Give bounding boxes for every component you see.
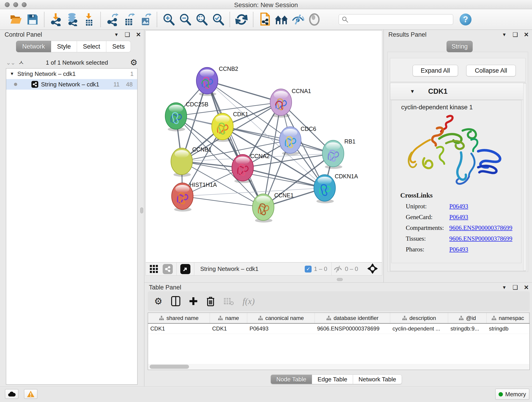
open-external-button[interactable]	[180, 264, 190, 274]
help-button[interactable]: ?	[460, 13, 472, 26]
expand-all-button[interactable]: Expand All	[413, 65, 458, 76]
close-panel-icon[interactable]: ✕	[136, 32, 141, 38]
delete-column-trash-icon[interactable]	[206, 296, 215, 306]
tab-string[interactable]: String	[447, 41, 473, 52]
collection-expand-icon[interactable]: ▼	[10, 71, 14, 76]
import-network-database-button[interactable]	[64, 11, 81, 28]
collapse-all-button[interactable]: Collapse All	[466, 65, 516, 76]
network-node-CCNA1[interactable]: CCNA1	[270, 88, 311, 118]
column-header-databaseidentifier[interactable]: database identifier	[315, 313, 390, 323]
tab-sets[interactable]: Sets	[106, 41, 131, 52]
create-column-plus-icon[interactable]	[189, 297, 198, 306]
network-edge-CCNB2-CCNE1[interactable]	[207, 81, 263, 207]
protein-section-header[interactable]: ▼ CDK1	[390, 83, 525, 100]
import-network-file-button[interactable]	[48, 11, 64, 28]
toolbar-search-field[interactable]	[339, 14, 453, 25]
node-label-CCNA1: CCNA1	[292, 88, 311, 94]
cloud-status-button[interactable]	[5, 389, 18, 399]
crosslink-link[interactable]: P06493	[449, 246, 468, 253]
warnings-button[interactable]	[24, 389, 37, 399]
network-node-HIST1H1A[interactable]: HIST1H1A	[172, 182, 217, 211]
preview-button[interactable]	[306, 11, 323, 28]
string-home-button[interactable]	[273, 11, 290, 28]
panel-menu-icon[interactable]: ▼	[114, 32, 119, 37]
horizontal-splitter-grip[interactable]	[337, 278, 343, 281]
zoom-fit-button[interactable]	[193, 11, 210, 28]
memory-button[interactable]: Memory	[495, 389, 529, 400]
results-scrollbar[interactable]	[523, 83, 526, 271]
table-cell[interactable]: P06493	[247, 324, 315, 334]
network-canvas[interactable]: CCNB2CCNA1CDC25BCDK1CDC6RB1CCNB1CCNA2CDK…	[146, 31, 382, 262]
table-horizontal-scrollbar[interactable]	[148, 364, 529, 370]
crosslink-link[interactable]: 9606.ENSP00000378699	[449, 224, 512, 231]
float-panel-icon[interactable]: ❑	[513, 284, 518, 290]
network-node-RB1[interactable]: RB1	[322, 138, 355, 169]
panel-menu-icon[interactable]: ▼	[502, 32, 507, 37]
zoom-in-button[interactable]	[160, 11, 177, 28]
birds-eye-view-button[interactable]	[149, 264, 158, 274]
network-node-CDC25B[interactable]: CDC25B	[165, 101, 209, 131]
network-collection-row[interactable]: ▼ String Network – cdk1 1	[6, 69, 137, 79]
selected-checkbox-icon[interactable]: ✓	[305, 266, 312, 273]
network-edge-CCNB2-CCNA1[interactable]	[207, 81, 281, 102]
save-session-button[interactable]	[24, 11, 41, 28]
save-floppy-icon	[27, 13, 38, 26]
export-image-button[interactable]	[137, 11, 153, 28]
network-edge-CCNE1-HIST1H1A[interactable]	[182, 196, 263, 207]
show-columns-icon[interactable]	[171, 296, 180, 306]
network-row-selected[interactable]: String Network – cdk1 11 48	[6, 79, 137, 89]
network-node-CDKN1A[interactable]: CDKN1A	[314, 173, 358, 203]
column-header-sharedname[interactable]: shared name	[148, 313, 210, 323]
float-panel-icon[interactable]: ❑	[513, 32, 518, 38]
crosslink-link[interactable]: P06493	[449, 214, 468, 221]
network-options-gear-icon[interactable]: ⚙	[130, 58, 138, 67]
protein-name: CDK1	[428, 87, 447, 96]
open-session-button[interactable]	[8, 11, 24, 28]
open-in-cybrowser-button[interactable]	[257, 11, 273, 28]
tab-edge-table[interactable]: Edge Table	[312, 375, 353, 384]
import-table-button[interactable]	[81, 11, 97, 28]
network-node-CCNB2[interactable]: CCNB2	[196, 65, 238, 96]
crosslink-link[interactable]: P06493	[449, 203, 468, 210]
panel-menu-icon[interactable]: ▼	[502, 285, 507, 290]
table-cell[interactable]: stringdb	[487, 324, 529, 334]
tab-network[interactable]: Network	[16, 41, 51, 52]
refresh-view-button[interactable]	[233, 11, 250, 28]
crosslink-link[interactable]: 9606.ENSP00000378699	[449, 235, 512, 242]
collapse-section-icon[interactable]: ▼	[410, 89, 415, 95]
column-header-description[interactable]: description	[390, 313, 448, 323]
tab-network-table[interactable]: Network Table	[353, 375, 402, 384]
export-network-button[interactable]	[104, 11, 120, 28]
tab-style[interactable]: Style	[51, 41, 77, 52]
column-header-id[interactable]: @id	[448, 313, 487, 323]
show-hide-panels-button[interactable]	[290, 11, 306, 28]
table-cell[interactable]: stringdb:9...	[448, 324, 487, 334]
export-table-button[interactable]	[120, 11, 137, 28]
float-panel-icon[interactable]: ❑	[125, 32, 130, 38]
column-header-canonicalname[interactable]: canonical name	[247, 313, 315, 323]
tab-node-table[interactable]: Node Table	[271, 375, 312, 384]
table-cell[interactable]: CDK1	[210, 324, 247, 334]
tab-select[interactable]: Select	[77, 41, 106, 52]
column-header-namespac[interactable]: namespac	[487, 313, 529, 323]
control-panel-tabs: NetworkStyleSelectSets	[16, 41, 131, 52]
network-node-CCNE1[interactable]: CCNE1	[253, 192, 294, 223]
expand-all-networks-icon[interactable]: ⌄⌄	[6, 59, 15, 66]
network-node-CCNB1[interactable]: CCNB1	[171, 146, 212, 177]
column-header-name[interactable]: name	[210, 313, 247, 323]
zoom-selected-button[interactable]	[210, 11, 226, 28]
zoom-out-button[interactable]	[177, 11, 193, 28]
left-splitter-grip[interactable]	[140, 207, 143, 213]
close-panel-icon[interactable]: ✕	[524, 284, 529, 290]
table-cell[interactable]: CDK1	[148, 324, 210, 334]
node-navigation-button[interactable]	[367, 263, 378, 275]
close-panel-icon[interactable]: ✕	[524, 32, 529, 38]
string-overlay-button[interactable]	[163, 264, 173, 274]
collapse-all-networks-icon[interactable]: ㅅ	[18, 59, 24, 67]
table-cell[interactable]: 9606.ENSP00000378699	[315, 324, 390, 334]
table-cell[interactable]: cyclin-dependent ...	[390, 324, 448, 334]
table-row[interactable]: CDK1CDK1P064939606.ENSP00000378699cyclin…	[148, 324, 530, 334]
search-input[interactable]	[348, 16, 445, 23]
scrollbar-thumb[interactable]	[150, 365, 189, 369]
table-options-gear-icon[interactable]: ⚙	[154, 296, 162, 306]
